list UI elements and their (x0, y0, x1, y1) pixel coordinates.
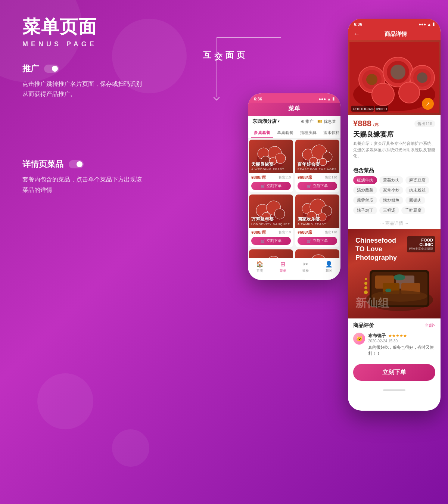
food-photo-section: ChinesefoodTO LovePhotography FOODCLINIC… (348, 229, 441, 318)
home-bar-right (348, 387, 441, 393)
svg-point-45 (391, 65, 405, 80)
tab-drinks[interactable]: 酒水饮料 (320, 127, 340, 138)
status-bar-left: 6:36 ●●● ▲ ▮ (248, 93, 340, 103)
coupon-action[interactable]: 🎫 优惠券 (317, 119, 336, 124)
card4-order-btn[interactable]: 🛒 立刻下单 (298, 237, 337, 245)
menu-tabs: 多桌套餐 单桌套餐 搭棚庆典 酒水饮料 伴手礼 (248, 127, 340, 139)
promote-action[interactable]: ⊙ 推广 (301, 119, 314, 124)
dish-tag-3[interactable]: 清炒蔬菜 (353, 186, 377, 194)
card2-info: ¥688/席 售出110 (295, 173, 339, 181)
dish-tag-0[interactable]: 红烧牛肉 (353, 176, 377, 184)
coupon-icon: 🎫 (317, 119, 323, 124)
nav-menu[interactable]: ⊞ 菜单 (280, 261, 286, 273)
home-icon: 🏠 (256, 261, 264, 268)
bottom-nav: 🏠 首页 ⊞ 菜单 ✂ 砍价 👤 我的 (248, 258, 340, 277)
cart-icon: 🛒 (307, 184, 311, 188)
time-left: 6:36 (254, 97, 262, 101)
svg-point-62 (385, 289, 391, 292)
home-bar-left (248, 277, 340, 280)
branch-actions: ⊙ 推广 🎫 优惠券 (301, 119, 336, 124)
comments-header: 商品评价 全部> (353, 322, 435, 329)
dish-tag-6[interactable]: 蒜蓉丝瓜 (353, 196, 377, 204)
order-btn-container: 立刻下单 (348, 360, 441, 387)
comments-title: 商品评价 (353, 322, 374, 329)
feature-promote-desc: 点击推广跳转推广名片页面，保存或扫码识别从而获得产品推广。 (22, 79, 142, 99)
comment-text: 真的很好吃，服务也很好，省时又便利！！ (368, 344, 435, 357)
branch-name[interactable]: 东西湖分店 ▾ (252, 118, 280, 125)
comments-all-link[interactable]: 全部> (425, 323, 435, 328)
chevron-down-icon: ▾ (278, 119, 280, 123)
arrow-head (214, 94, 220, 101)
dish-tag-2[interactable]: 麻婆豆腐 (405, 176, 429, 184)
card3-order-btn[interactable]: 🛒 立刻下单 (251, 237, 291, 245)
feature-promote-label: 推广 (22, 63, 39, 74)
svg-point-46 (417, 72, 427, 83)
nav-home[interactable]: 🏠 首页 (256, 261, 264, 273)
arrow-line-vertical (217, 37, 217, 97)
svg-point-66 (365, 278, 367, 280)
card2-title-overlay: 百年好合宴 FEAST FOR THE AGES (298, 161, 337, 171)
comment-name: 布布镜子 (368, 333, 386, 339)
annotation-text: 页面交互 (202, 45, 246, 46)
tab-single-table[interactable]: 单桌套餐 (274, 127, 296, 138)
menu-card-6[interactable]: 阖家欢乐宴 A FAMILY FEAST ¥688/席 售出110 (295, 249, 339, 258)
tab-tent[interactable]: 搭棚庆典 (297, 127, 320, 138)
signal-icon-right: ●●● (419, 22, 426, 27)
svg-text:VIDEO: VIDEO (377, 107, 387, 111)
svg-point-43 (399, 82, 420, 103)
svg-point-63 (364, 290, 368, 294)
comment-date: 2020-02-24 15:30 (368, 339, 435, 343)
comment-stars: ★★★★★ (388, 333, 407, 338)
status-icons-right: ●●● ▲ ▮ (419, 22, 435, 27)
page-title-zh: 菜单页面 (22, 15, 142, 39)
comment-name-row: 布布镜子 ★★★★★ (368, 333, 435, 339)
card2-order-btn[interactable]: 🛒 立刻下单 (298, 182, 337, 190)
dish-tag-11[interactable]: 千叶豆腐 (401, 206, 425, 214)
menu-card-5[interactable]: 万寿延年宴 LONGEVITY BANQUET ¥888/席 售出110 (249, 249, 293, 258)
comment-avatar: 🐱 (353, 333, 365, 345)
wifi-icon-right: ▲ (427, 22, 431, 27)
order-button[interactable]: 立刻下单 (353, 364, 435, 381)
branch-bar: 东西湖分店 ▾ ⊙ 推广 🎫 优惠券 (248, 116, 340, 127)
card1-order-btn[interactable]: 🛒 立刻下单 (251, 182, 291, 190)
product-name: 天赐良缘宴席 (353, 130, 435, 139)
dish-tag-9[interactable]: 辣子鸡丁 (353, 206, 377, 214)
menu-card-2[interactable]: 百年好合宴 FEAST FOR THE AGES ¥688/席 售出110 🛒 … (295, 140, 339, 192)
cart-icon: 🛒 (261, 184, 265, 188)
profile-icon: 👤 (325, 261, 333, 268)
status-bar-right: 6:36 ●●● ▲ ▮ (348, 19, 441, 28)
menu-card-3[interactable]: 万寿延年宴 LONGEVITY BANQUET ¥888/席 售出110 🛒 立… (249, 195, 293, 247)
dishes-section-title: 包含菜品 (353, 167, 435, 174)
tab-multi-table[interactable]: 多桌套餐 (251, 127, 273, 138)
dish-tag-1[interactable]: 蒜芸炒肉 (379, 176, 403, 184)
product-hero-svg: ↗ PHOTOGRAPHY VIDEO (349, 42, 439, 113)
dish-tag-7[interactable]: 辣炒鱿鱼 (379, 196, 403, 204)
card4-info: ¥688/席 售出110 (295, 228, 339, 236)
dish-tags-container: 红烧牛肉 蒜芸炒肉 麻婆豆腐 清炒蔬菜 家常小炒 肉末粉丝 蒜蓉丝瓜 辣炒鱿鱼 … (348, 176, 441, 218)
time-right: 6:36 (354, 22, 362, 27)
dish-tag-5[interactable]: 肉末粉丝 (405, 186, 429, 194)
menu-card-1[interactable]: 天赐良缘宴 A WEDDING FEAST ¥888/席 售出110 🛒 立刻下… (249, 140, 293, 192)
card3-title-overlay: 万寿延年宴 LONGEVITY BANQUET (251, 216, 290, 226)
promote-toggle[interactable] (44, 65, 59, 73)
svg-point-64 (364, 286, 367, 289)
cart-icon: 🛒 (307, 239, 311, 243)
comment-content: 布布镜子 ★★★★★ 2020-02-24 15:30 真的很好吃，服务也很好，… (368, 333, 435, 357)
dish-tag-4[interactable]: 家常小炒 (379, 186, 403, 194)
detail-toggle[interactable] (69, 160, 84, 168)
menu-card-4[interactable]: 阖家欢乐宴 A FAMILY FEAST ¥688/席 售出110 🛒 立刻下单 (295, 195, 339, 247)
nav-profile[interactable]: 👤 我的 (325, 261, 333, 273)
promote-label: 推广 (305, 119, 314, 124)
phone-menu-list: 6:36 ●●● ▲ ▮ 菜单 东西湖分店 ▾ ⊙ 推广 � (248, 93, 340, 280)
back-button[interactable]: ← (353, 30, 360, 38)
phone-product-detail: 6:36 ●●● ▲ ▮ ← 商品详情 (348, 19, 441, 411)
product-info-section: ¥888 /席 售出119 天赐良缘宴席 套餐介绍：宴会厅具备专业的音响扩声系统… (348, 115, 441, 164)
dish-tag-8[interactable]: 回锅肉 (405, 196, 425, 204)
svg-text:↗: ↗ (426, 101, 430, 107)
home-indicator-left (283, 280, 305, 280)
svg-point-61 (394, 274, 405, 280)
battery-icon-right: ▮ (432, 22, 435, 27)
dish-tag-10[interactable]: 三鲜汤 (379, 206, 399, 214)
price-row: ¥888 /席 售出119 (353, 119, 435, 128)
nav-bargain[interactable]: ✂ 砍价 (302, 261, 309, 273)
